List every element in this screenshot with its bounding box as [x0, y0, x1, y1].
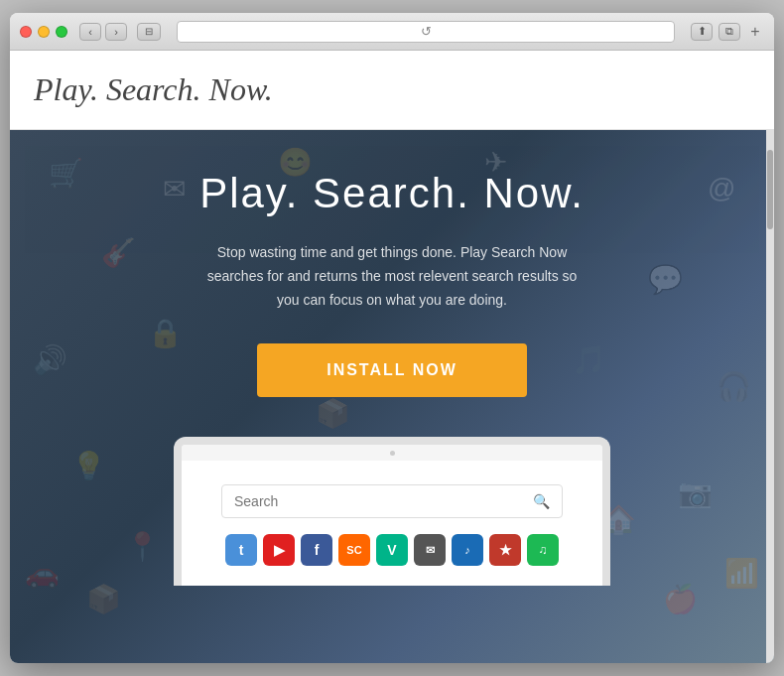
hero-content: Play. Search. Now. Stop wasting time and…	[10, 130, 774, 417]
app-icons-row: t ▶ f SC V ✉ ♪ ★ ♫	[221, 534, 563, 566]
tab-button[interactable]: ⧉	[719, 23, 740, 41]
browser-window: ‹ › ⊟ ↺ ⬆ ⧉ + Play. Search. Now. 🛒 🎸	[10, 13, 774, 663]
new-tab-button[interactable]: +	[746, 23, 764, 41]
laptop-search-input[interactable]	[234, 493, 533, 509]
close-button[interactable]	[20, 26, 32, 38]
title-bar-right: ⬆ ⧉ +	[691, 23, 764, 41]
title-bar: ‹ › ⊟ ↺ ⬆ ⧉ +	[10, 13, 774, 51]
facebook-icon[interactable]: f	[301, 534, 332, 566]
music-icon[interactable]: ♪	[452, 534, 483, 566]
hero-title: Play. Search. Now.	[30, 170, 754, 217]
install-now-button[interactable]: INSTALL NOW	[257, 343, 527, 397]
forward-button[interactable]: ›	[105, 23, 127, 41]
camera-dot	[390, 451, 395, 456]
maximize-button[interactable]	[56, 26, 67, 38]
hero-description: Stop wasting time and get things done. P…	[203, 241, 581, 312]
youtube-icon[interactable]: ▶	[263, 534, 295, 566]
scrollbar-thumb[interactable]	[767, 150, 773, 229]
minimize-button[interactable]	[38, 26, 50, 38]
scrollbar[interactable]	[766, 130, 774, 663]
laptop-screen: 🔍 t ▶ f SC V ✉ ♪ ★ ♫	[182, 461, 602, 586]
nav-buttons: ‹ ›	[79, 23, 127, 41]
traffic-lights	[20, 26, 67, 38]
bg-icon: 📦	[86, 583, 121, 615]
sidebar-toggle-button[interactable]: ⊟	[137, 23, 161, 41]
soundcloud-icon[interactable]: SC	[338, 534, 370, 566]
hero-section: 🛒 🎸 🔊 💡 📍 🚗 ✉ ☁ @ 💬 🎧 📷 🏠 📶 😊 ✈ 📦 🔒 🎵	[10, 130, 774, 663]
search-icon: 🔍	[533, 493, 550, 509]
laptop-mockup: 🔍 t ▶ f SC V ✉ ♪ ★ ♫	[174, 437, 610, 586]
app-logo: Play. Search. Now.	[34, 71, 273, 108]
laptop-mockup-wrapper: 🔍 t ▶ f SC V ✉ ♪ ★ ♫	[10, 437, 774, 586]
spotify-icon[interactable]: ♫	[527, 534, 559, 566]
laptop-search-bar[interactable]: 🔍	[221, 484, 563, 518]
app-header: Play. Search. Now.	[10, 51, 774, 130]
laptop-camera	[182, 445, 602, 461]
twitter-icon[interactable]: t	[225, 534, 257, 566]
address-bar-wrapper: ↺	[177, 21, 675, 43]
browser-content: Play. Search. Now. 🛒 🎸 🔊 💡 📍 🚗 ✉ ☁ @ 💬 🎧…	[10, 51, 774, 663]
vine-icon[interactable]: V	[376, 534, 408, 566]
bg-icon: 🍎	[663, 583, 698, 615]
share-button[interactable]: ⬆	[691, 23, 713, 41]
address-bar[interactable]: ↺	[177, 21, 675, 43]
star-icon[interactable]: ★	[489, 534, 521, 566]
reload-icon[interactable]: ↺	[421, 24, 432, 39]
email-icon[interactable]: ✉	[414, 534, 446, 566]
back-button[interactable]: ‹	[79, 23, 101, 41]
